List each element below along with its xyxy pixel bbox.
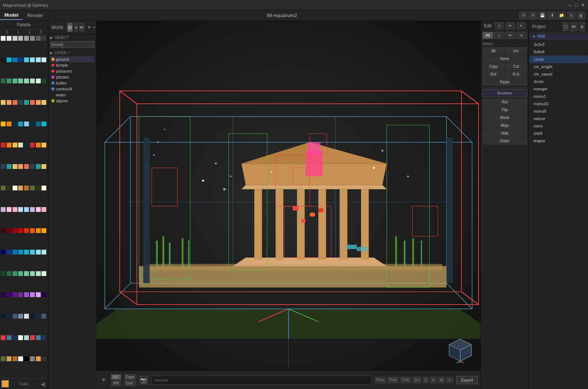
export-button[interactable]: Export [456,376,478,384]
palette-cell-90[interactable] [13,271,17,276]
palette-cell-85[interactable] [30,250,35,255]
palette-cell-80[interactable] [1,250,6,255]
palette-cell-30[interactable] [36,100,41,105]
palette-cell-117[interactable] [30,335,35,340]
palette-cell-64[interactable] [1,207,6,212]
palette-cell-11[interactable] [18,57,23,62]
maximize-button[interactable]: □ [575,2,578,8]
paint-world-button[interactable]: ✏ [79,23,84,32]
palette-cell-1[interactable] [7,36,11,41]
close-button[interactable]: ✕ [581,2,585,8]
palette-cell-113[interactable] [7,335,11,340]
pers-button[interactable]: Pers [375,377,386,383]
palette-cell-56[interactable] [1,186,6,190]
palette-cell-74[interactable] [13,228,17,233]
palette-cell-22[interactable] [36,79,41,83]
add-world-button[interactable]: + [74,23,78,32]
light-button[interactable]: ☀ [446,377,453,383]
palette-cell-104[interactable] [1,314,6,319]
model-tab[interactable]: Model [0,11,23,20]
palette-cell-34[interactable] [13,122,17,126]
palette-cell-14[interactable] [36,57,41,62]
grid-view-button[interactable]: ⊞ [438,377,445,383]
select-all-button[interactable]: All [482,47,504,54]
palette-cell-87[interactable] [41,250,46,255]
edit-icon3[interactable]: ≡ [517,22,525,29]
proj-icon2[interactable]: ✏ [570,22,578,31]
palette-cell-111[interactable] [41,314,46,319]
ref-button[interactable]: Ref [482,71,504,78]
palette-cell-58[interactable] [13,186,17,190]
layer-item-water[interactable]: water [50,92,94,98]
rd-button[interactable]: R-D [505,71,527,78]
palette-cell-35[interactable] [18,122,23,126]
palette-cell-91[interactable] [18,271,23,276]
vox-item-menger[interactable]: menger [529,85,588,93]
palette-cell-92[interactable] [24,271,29,276]
palette-cell-37[interactable] [30,122,35,126]
hide-button[interactable]: Hide [482,130,527,137]
palette-cell-75[interactable] [18,228,23,233]
vox-item-chr_knight[interactable]: chr_knight [529,63,588,70]
palette-cell-73[interactable] [7,228,11,233]
view-mode-button[interactable]: ⊞ [67,23,73,32]
palette-cell-89[interactable] [7,271,11,276]
minus-icon[interactable]: − [93,24,96,31]
palette-cell-118[interactable] [36,335,41,340]
vox-item-monu9[interactable]: monu9 [529,107,588,115]
edit-icon2[interactable]: ✏ [505,22,515,29]
minimize-button[interactable]: — [567,2,572,8]
palette-cell-100[interactable] [24,292,29,297]
palette-cell-31[interactable] [41,100,46,105]
vox-item-chr_sword[interactable]: chr_sword [529,70,588,78]
camera-button[interactable]: 📷 [139,376,148,385]
move-button[interactable]: Move [482,114,527,121]
palette-cell-93[interactable] [30,271,35,276]
palette-cell-21[interactable] [30,79,35,83]
edit-icon1-btn[interactable]: □ [494,32,505,39]
palette-cell-12[interactable] [24,57,29,62]
palette-cell-45[interactable] [30,143,35,147]
copy-button[interactable]: Copy [482,63,504,70]
palette-cell-57[interactable] [7,186,11,190]
all-toggle-button[interactable]: All [482,32,493,39]
palette-cell-47[interactable] [41,143,46,147]
palette-cell-84[interactable] [24,250,29,255]
palette-cell-19[interactable] [18,79,23,83]
palette-cell-123[interactable] [18,356,23,361]
orth-button[interactable]: Orth [400,377,411,383]
palette-cell-33[interactable] [7,122,11,126]
order-button[interactable]: Order [482,137,527,144]
palette-cell-71[interactable] [41,207,46,212]
palette-cell-86[interactable] [36,250,41,255]
palette-cell-55[interactable] [41,164,46,169]
palette-cell-36[interactable] [24,122,29,126]
rot-button[interactable]: Rot [482,99,527,106]
palette-cell-63[interactable] [41,186,46,190]
redo-button[interactable]: ↻ [529,11,537,20]
object-input[interactable] [50,41,94,48]
palette-cell-120[interactable] [1,356,6,361]
palette-cell-77[interactable] [30,228,35,233]
folder-button[interactable]: 📁 [558,11,566,20]
proj-icon3[interactable]: ≡ [579,22,585,31]
vox-item-room[interactable]: room [529,122,588,130]
palette-cell-32[interactable] [1,122,6,126]
palette-cell-50[interactable] [13,164,17,169]
vox-item-castle[interactable]: castle [529,56,588,63]
proj-icon1[interactable]: □ [562,22,568,31]
palette-cell-70[interactable] [36,207,41,212]
palette-cell-126[interactable] [36,356,41,361]
palette-cell-122[interactable] [13,356,17,361]
nav-arrow-left[interactable]: ◀ [39,380,46,388]
palette-cell-4[interactable] [24,36,29,41]
vox-item-3x3x3[interactable]: 3x3x3 [529,41,588,48]
palette-cell-65[interactable] [7,207,11,212]
layer-edit-icon[interactable]: ✏ [68,51,71,55]
palette-cell-97[interactable] [7,292,11,297]
palette-cell-44[interactable] [24,143,29,147]
add-icon[interactable]: + [87,24,91,31]
vox-item-monu10[interactable]: monu10 [529,100,588,107]
console-input[interactable] [151,376,372,385]
palette-cell-102[interactable] [36,292,41,297]
